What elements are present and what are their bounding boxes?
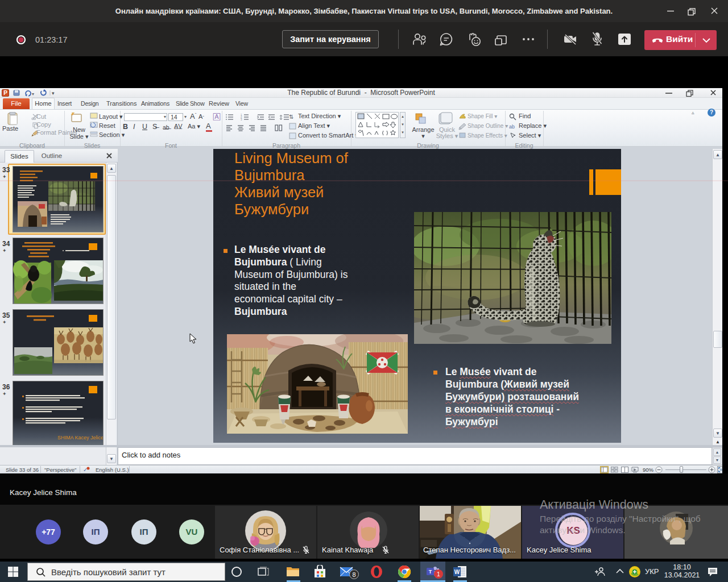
svg-text:✦: ✦ (71, 113, 75, 117)
svg-text:T: T (429, 569, 432, 575)
svg-text:⇅: ⇅ (289, 114, 293, 120)
svg-text:3: 3 (241, 118, 242, 121)
svg-text:W: W (454, 569, 460, 575)
svg-text:🄰: 🄰 (213, 113, 221, 120)
svg-text:ab: ab (509, 124, 515, 130)
svg-text:SHIMA Kacey Jelice: SHIMA Kacey Jelice (57, 435, 103, 440)
